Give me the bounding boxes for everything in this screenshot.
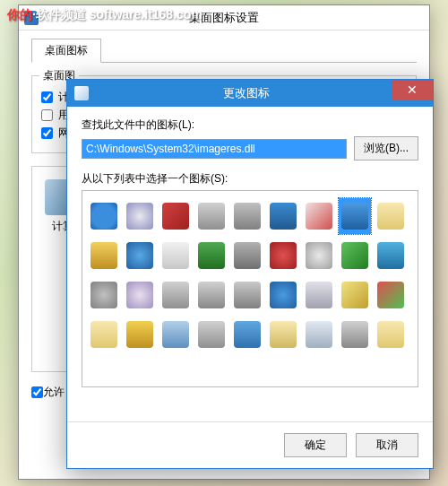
icon-option[interactable]: [267, 238, 299, 273]
network-drive-icon: [234, 242, 261, 269]
icon-option[interactable]: [231, 238, 263, 273]
icon-option[interactable]: [159, 198, 192, 234]
presentation-icon: [306, 282, 332, 308]
icon-option[interactable]: [303, 198, 335, 234]
close-button[interactable]: ✕: [392, 80, 433, 100]
drive2-icon: [341, 321, 368, 348]
icon-list[interactable]: [82, 190, 418, 387]
icon-path-input[interactable]: [82, 139, 347, 159]
folder-icon: [377, 203, 404, 230]
icon-option[interactable]: [124, 198, 156, 234]
phone-icon: [198, 203, 225, 230]
icon-option[interactable]: [231, 198, 263, 234]
clock-icon: [126, 242, 153, 269]
cancel-button[interactable]: 取消: [356, 433, 418, 457]
tab-strip: 桌面图标: [31, 38, 417, 63]
checkbox-network[interactable]: [41, 127, 53, 139]
user-icon: [162, 321, 189, 348]
close-icon: ✕: [407, 82, 418, 97]
download-icon: [198, 242, 225, 269]
window-icon: [234, 321, 261, 348]
document-icon: [162, 242, 189, 269]
disc2-icon: [126, 282, 153, 308]
icon-option[interactable]: [195, 277, 228, 313]
change-title: 更改图标: [96, 85, 397, 101]
icon-option[interactable]: [339, 317, 371, 352]
printer-icon: [198, 282, 225, 308]
icon-option[interactable]: [124, 238, 156, 273]
monitor-icon: [270, 203, 297, 230]
icon-option[interactable]: [303, 238, 335, 273]
change-icon-dialog: 更改图标 ✕ 查找此文件中的图标(L): 浏览(B)... 从以下列表中选择一个…: [66, 79, 434, 469]
icon-option[interactable]: [303, 277, 335, 313]
shield-alert-icon: [306, 203, 332, 230]
icon-option[interactable]: [375, 198, 407, 234]
change-system-icon: [74, 86, 89, 100]
disc-icon: [126, 203, 153, 230]
ok-button[interactable]: 确定: [284, 433, 347, 457]
icon-option[interactable]: [88, 317, 120, 352]
icon-option[interactable]: [159, 238, 192, 273]
icon-option[interactable]: [267, 277, 299, 313]
checkbox-computer[interactable]: [41, 91, 53, 103]
icon-option[interactable]: [159, 277, 192, 313]
delete-x-icon: [162, 203, 189, 230]
icon-option[interactable]: [303, 317, 335, 352]
icon-option[interactable]: [231, 317, 263, 352]
icon-option[interactable]: [267, 198, 299, 234]
icon-option[interactable]: [124, 317, 156, 352]
photo-icon: [306, 321, 332, 348]
browse-button[interactable]: 浏览(B)...: [354, 136, 418, 161]
folder3-icon: [377, 321, 404, 348]
checkbox-user[interactable]: [41, 109, 53, 121]
icon-option[interactable]: [375, 317, 407, 352]
error-icon: [270, 242, 297, 269]
icon-option[interactable]: [375, 277, 407, 313]
icon-option[interactable]: [339, 198, 371, 234]
icon-option[interactable]: [231, 277, 263, 313]
shield-warn-icon: [341, 282, 368, 308]
find-icon-label: 查找此文件中的图标(L):: [82, 117, 418, 133]
folder-open-icon: [270, 321, 297, 348]
sync-icon: [377, 242, 404, 269]
help-icon: [270, 282, 297, 308]
icon-option[interactable]: [88, 198, 120, 234]
watermark: 你的·软件频道 software.it168.com: [7, 7, 202, 23]
change-titlebar[interactable]: 更改图标 ✕: [67, 80, 433, 107]
icon-option[interactable]: [195, 317, 228, 352]
icon-option[interactable]: [159, 317, 192, 352]
apps-icon: [377, 282, 404, 308]
icon-option[interactable]: [267, 317, 299, 352]
icon-option[interactable]: [195, 238, 228, 273]
icon-option[interactable]: [339, 277, 371, 313]
folder2-icon: [90, 321, 117, 348]
icon-option[interactable]: [375, 238, 407, 273]
select-icon-label: 从以下列表中选择一个图标(S):: [82, 171, 418, 187]
cd-icon: [306, 242, 332, 269]
box-icon: [162, 282, 189, 308]
device-unknown-icon: [234, 203, 261, 230]
warning-icon: [126, 321, 153, 348]
icon-option[interactable]: [124, 277, 156, 313]
tab-desktop-icons[interactable]: 桌面图标: [31, 39, 101, 63]
key-icon: [90, 242, 117, 269]
allow-themes-label: 允许: [43, 385, 65, 400]
icon-option[interactable]: [88, 238, 120, 273]
shield-ok-icon: [341, 242, 368, 269]
info-icon: [90, 203, 117, 230]
checkbox-allow-themes[interactable]: [31, 386, 43, 398]
scanner-icon: [234, 282, 261, 308]
icon-option[interactable]: [195, 198, 228, 234]
icon-option[interactable]: [339, 238, 371, 273]
drive-icon: [198, 321, 225, 348]
icon-option[interactable]: [88, 277, 120, 313]
computer-icon: [341, 203, 368, 230]
gear-icon: [90, 282, 117, 308]
